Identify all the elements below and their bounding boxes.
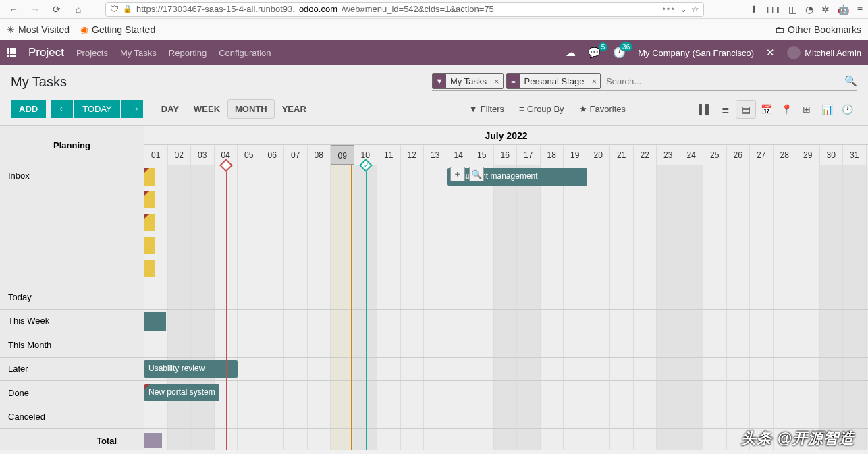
groupby-dropdown[interactable]: ≡Group By xyxy=(519,104,564,114)
url-bar[interactable]: 🛡 🔒 https://17303467-saas-15-4-all.runbo… xyxy=(105,2,704,17)
menu-my-tasks[interactable]: My Tasks xyxy=(120,48,157,58)
row-this-week[interactable]: This Week xyxy=(0,310,144,334)
search-area[interactable]: ▼ My Tasks × ≡ Personal Stage × 🔍 xyxy=(432,73,857,91)
star-icon[interactable]: ☆ xyxy=(691,4,699,14)
gantt-row-done[interactable]: New portal system xyxy=(144,381,868,405)
day-header-cell: 09 xyxy=(331,145,354,165)
task-block[interactable] xyxy=(144,260,155,277)
messages-icon[interactable]: 💬5 xyxy=(588,47,601,59)
day-header-cell: 06 xyxy=(261,145,285,165)
task-block[interactable] xyxy=(144,237,155,254)
gantt-row-this-month[interactable] xyxy=(144,333,868,358)
other-bookmarks-label: Other Bookmarks xyxy=(788,24,861,35)
month-header: July 2022 xyxy=(144,126,868,145)
account-icon[interactable]: ◔ xyxy=(805,4,813,15)
forward-button[interactable]: → xyxy=(27,1,43,18)
back-button[interactable]: ← xyxy=(5,1,22,18)
gantt-view-icon[interactable]: ▤ xyxy=(736,100,756,119)
robot-icon[interactable]: 🤖 xyxy=(838,4,849,15)
filter-icon: ▼ xyxy=(469,104,478,114)
most-visited-bookmark[interactable]: ✳Most Visited xyxy=(7,24,70,35)
task-block[interactable] xyxy=(144,214,155,231)
debug-icon[interactable]: ✕ xyxy=(766,47,775,59)
download-icon[interactable]: ⬇ xyxy=(750,4,758,15)
day-header-cell: 31 xyxy=(843,145,867,165)
sidebar-icon[interactable]: ◫ xyxy=(788,4,797,15)
map-view-icon[interactable]: 📍 xyxy=(776,100,796,119)
app-brand[interactable]: Project xyxy=(28,46,64,59)
kanban-view-icon[interactable]: ▌▌ xyxy=(695,100,715,119)
gantt-row-inbox[interactable]: ＋ 🔍 Document management xyxy=(144,165,868,285)
spark-icon: ✳ xyxy=(7,24,15,35)
activity-view-icon[interactable]: 🕐 xyxy=(837,100,857,119)
filters-dropdown[interactable]: ▼Filters xyxy=(469,104,504,114)
scale-day[interactable]: DAY xyxy=(154,99,186,119)
group-icon: ≡ xyxy=(507,74,520,88)
row-inbox[interactable]: Inbox xyxy=(0,165,144,285)
menu-projects[interactable]: Projects xyxy=(76,48,108,58)
milestone-line-teal xyxy=(366,165,367,450)
task-block[interactable] xyxy=(144,191,155,208)
apps-icon[interactable] xyxy=(7,48,16,57)
user-name: Mitchell Admin xyxy=(805,48,861,58)
day-header-cell: 26 xyxy=(727,145,751,165)
favorites-dropdown[interactable]: ★Favorites xyxy=(579,104,626,114)
task-usability[interactable]: Usability review xyxy=(144,360,238,378)
menu-reporting[interactable]: Reporting xyxy=(169,48,207,58)
search-input[interactable] xyxy=(603,75,844,88)
library-icon[interactable]: ⫿⫿⫿ xyxy=(766,4,780,15)
search-icon[interactable]: 🔍 xyxy=(844,75,857,87)
scale-month[interactable]: MONTH xyxy=(227,99,275,119)
gantt-row-today[interactable] xyxy=(144,285,868,310)
url-overflow-icon[interactable]: ••• xyxy=(662,4,676,14)
other-bookmarks[interactable]: 🗀Other Bookmarks xyxy=(775,24,861,35)
next-button[interactable]: 🡒 xyxy=(121,100,143,118)
firefox-icon: ◉ xyxy=(80,24,88,35)
menu-icon[interactable]: ≡ xyxy=(857,4,863,15)
support-icon[interactable]: ☁ xyxy=(566,47,576,59)
facet-remove[interactable]: × xyxy=(588,76,600,86)
task-block[interactable] xyxy=(144,312,166,331)
reload-button[interactable]: ⟳ xyxy=(49,1,65,18)
prev-button[interactable]: 🡐 xyxy=(51,100,73,118)
menu-configuration[interactable]: Configuration xyxy=(219,48,271,58)
facet-remove[interactable]: × xyxy=(491,76,503,86)
company-selector[interactable]: My Company (San Francisco) xyxy=(638,48,754,58)
milestone-line-red xyxy=(226,165,227,450)
url-domain: odoo.com xyxy=(299,4,337,14)
day-header-cell: 24 xyxy=(680,145,704,165)
scale-year[interactable]: YEAR xyxy=(275,99,314,119)
task-block[interactable] xyxy=(144,168,155,186)
home-button[interactable]: ⌂ xyxy=(70,1,86,18)
add-button[interactable]: ADD xyxy=(11,100,46,118)
scale-week[interactable]: WEEK xyxy=(186,99,227,119)
day-header-cell: 23 xyxy=(657,145,680,165)
task-portal[interactable]: New portal system xyxy=(144,384,219,401)
gantt-row-this-week[interactable] xyxy=(144,310,868,334)
row-today[interactable]: Today xyxy=(0,285,144,310)
getting-started-bookmark[interactable]: ◉Getting Started xyxy=(80,24,155,35)
add-task-icon[interactable]: ＋ xyxy=(450,167,465,181)
pocket-icon[interactable]: ⌄ xyxy=(680,4,687,14)
row-this-month[interactable]: This Month xyxy=(0,333,144,358)
filter-icon: ▼ xyxy=(433,74,446,88)
gantt-row-later[interactable]: User interface im… Usability review xyxy=(144,358,868,382)
calendar-view-icon[interactable]: 📅 xyxy=(756,100,776,119)
page-title: My Tasks xyxy=(11,74,67,90)
activities-icon[interactable]: 🕐36 xyxy=(613,47,626,59)
gantt-row-canceled[interactable] xyxy=(144,405,868,430)
messages-badge: 5 xyxy=(599,42,608,51)
user-menu[interactable]: Mitchell Admin xyxy=(787,46,861,59)
graph-view-icon[interactable]: 📊 xyxy=(817,100,837,119)
row-canceled[interactable]: Canceled xyxy=(0,405,144,430)
day-header-cell: 19 xyxy=(564,145,587,165)
today-button[interactable]: TODAY xyxy=(74,100,120,118)
row-total: Total xyxy=(0,429,144,453)
addons-icon[interactable]: ✲ xyxy=(821,4,830,15)
row-later[interactable]: Later xyxy=(0,358,144,382)
zoom-icon[interactable]: 🔍 xyxy=(469,167,484,181)
row-done[interactable]: Done xyxy=(0,381,144,405)
list-view-icon[interactable]: ≣ xyxy=(715,100,736,119)
day-header-cell: 14 xyxy=(447,145,471,165)
pivot-view-icon[interactable]: ⊞ xyxy=(796,100,817,119)
